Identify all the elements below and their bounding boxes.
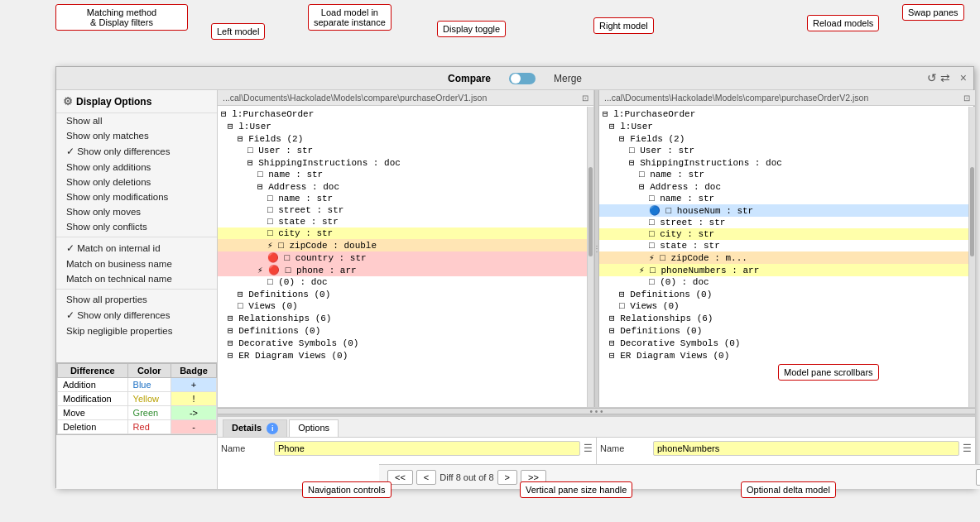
compare-window: Compare Merge ↺ ⇄ × ⚙ Display Options Sh… [55,66,974,488]
right-pane-header: ...cal\Documents\Hackolade\Models\compar… [599,90,975,106]
reload-icon[interactable]: ↺ [927,71,937,84]
callout-swap-panes: Swap panes [902,4,964,21]
sidebar-item-show-matches[interactable]: Show only matches [56,128,217,143]
right-detail-value[interactable]: phoneNumbers [653,441,959,456]
sidebar-item-match-technical[interactable]: Match on technical name [56,271,217,286]
legend-color-addition: Blue [127,378,171,392]
legend-color-deletion: Red [127,420,171,434]
right-row-3: □ User : str [599,145,975,156]
sidebar-item-show-differences-2[interactable]: Show only differences [56,307,217,323]
right-detail-icon[interactable]: ☰ [963,443,972,454]
title-tabs: Compare Merge [438,70,592,87]
left-row-rel: ⊟ Relationships (6) [218,312,593,324]
left-detail-label: Name [221,443,271,453]
right-scrollbar[interactable] [968,107,975,407]
sidebar-item-show-all[interactable]: Show all [56,113,217,128]
tab-options[interactable]: Options [289,419,339,437]
nav-next-button[interactable]: > [497,470,517,485]
right-row-1: ⊟ l:User [599,120,975,132]
left-row-4: ⊟ ShippingInstructions : doc [218,156,593,169]
generate-delta-button[interactable]: Generate delta model [976,469,980,486]
left-scrollbar[interactable] [587,107,593,407]
callout-vpane-label: Vertical pane size handle [526,485,627,495]
left-row-2: ⊟ Fields (2) [218,132,593,145]
sidebar-item-show-all-props[interactable]: Show all properties [56,292,217,307]
nav-bar: << < Diff 8 out of 8 > >> Generate delta… [379,464,980,489]
callout-matching-method: Matching method & Display filters [55,4,188,31]
left-row-8: □ street : str [218,204,593,216]
swap-icon[interactable]: ⇄ [940,71,950,84]
sidebar-item-show-additions[interactable]: Show only additions [56,160,217,175]
callout-delta-label: Optional delta model [747,485,830,495]
tab-compare[interactable]: Compare [438,70,501,87]
right-detail-label: Name [600,443,650,453]
sidebar-item-show-deletions[interactable]: Show only deletions [56,175,217,189]
left-row-5: □ name : str [218,169,593,180]
left-detail-name-row: Name Phone ☰ [221,441,593,456]
left-row-7: □ name : str [218,193,593,204]
tab-merge[interactable]: Merge [544,70,592,87]
callout-swap-label: Swap panes [908,7,958,17]
left-row-zipcode: ⚡ □ zipCode : double [218,239,593,251]
left-row-3: □ User : str [218,145,593,156]
legend-row-deletion: Deletion Red - [58,420,217,434]
callout-delta: Optional delta model [741,481,836,498]
legend-badge-move: -> [171,406,216,420]
callout-scrollbars-label: Model pane scrollbars [784,367,873,377]
right-model-pane: ...cal\Documents\Hackolade\Models\compar… [599,90,975,407]
legend-header-color: Color [127,364,171,378]
legend-type-modification: Modification [58,392,128,406]
sidebar-item-show-differences[interactable]: Show only differences [56,143,217,160]
legend-type-move: Move [58,406,128,420]
nav-prev-button[interactable]: < [416,470,436,485]
display-toggle-switch[interactable] [509,73,536,84]
sidebar: ⚙ Display Options Show all Show only mat… [56,90,218,489]
left-row-defs2: ⊟ Definitions (0) [218,324,593,337]
right-row-2: ⊟ Fields (2) [599,132,975,145]
main-content: ...cal\Documents\Hackolade\Models\compar… [218,90,975,489]
legend-row-modification: Modification Yellow ! [58,392,217,406]
sidebar-title: Display Options [76,96,151,108]
model-panes-container: ...cal\Documents\Hackolade\Models\compar… [218,90,975,408]
left-detail-value[interactable]: Phone [274,441,580,456]
right-row-state: □ state : str [599,240,975,251]
left-ext-link[interactable]: ⊡ [582,93,588,103]
right-row-defs: ⊟ Definitions (0) [599,288,975,300]
toggle-knob [511,74,521,84]
nav-info: Diff 8 out of 8 [440,472,493,482]
legend-row-addition: Addition Blue + [58,378,217,392]
right-row-street: □ street : str [599,217,975,228]
right-ext-link[interactable]: ⊡ [963,93,970,103]
sidebar-item-show-modifications[interactable]: Show only modifications [56,189,217,204]
callout-matching-label: Matching method & Display filters [87,7,156,27]
left-row-city: □ city : str [218,227,593,239]
callout-scrollbars: Model pane scrollbars [778,364,879,381]
right-tree: ⊟ l:PurchaseOrder ⊟ l:User ⊟ Fields (2) … [599,106,975,363]
horizontal-divider[interactable]: • • • [218,408,975,414]
callout-left-model: Left model [211,23,265,40]
tab-details[interactable]: Details i [223,419,287,437]
sidebar-item-match-business[interactable]: Match on business name [56,256,217,271]
callout-vpane: Vertical pane size handle [520,481,632,498]
legend-badge-addition: + [171,378,216,392]
nav-first-button[interactable]: << [387,470,413,485]
legend-color-move: Green [127,406,171,420]
callout-nav-label: Navigation controls [308,485,386,495]
right-row-0: ⊟ l:PurchaseOrder [599,108,975,120]
callout-right-label: Right model [599,21,648,31]
reload-buttons: ↺ ⇄ [927,71,950,84]
right-scrollbar-thumb [970,167,974,257]
sidebar-item-show-conflicts[interactable]: Show only conflicts [56,219,217,234]
right-row-5: □ name : str [599,169,975,180]
left-model-pane: ...cal\Documents\Hackolade\Models\compar… [218,90,594,407]
sidebar-item-skip-negligible[interactable]: Skip negligible properties [56,323,217,338]
right-detail-name-row: Name phoneNumbers ☰ [600,441,972,456]
sidebar-divider-2 [56,289,217,290]
close-button[interactable]: × [960,71,967,84]
title-bar: Compare Merge ↺ ⇄ × [56,67,973,90]
callout-display-toggle: Display toggle [437,21,506,37]
sidebar-item-show-moves[interactable]: Show only moves [56,204,217,219]
sidebar-item-match-internal[interactable]: Match on internal id [56,240,217,256]
right-path: ...cal\Documents\Hackolade\Models\compar… [604,93,868,103]
left-detail-icon[interactable]: ☰ [584,443,593,454]
